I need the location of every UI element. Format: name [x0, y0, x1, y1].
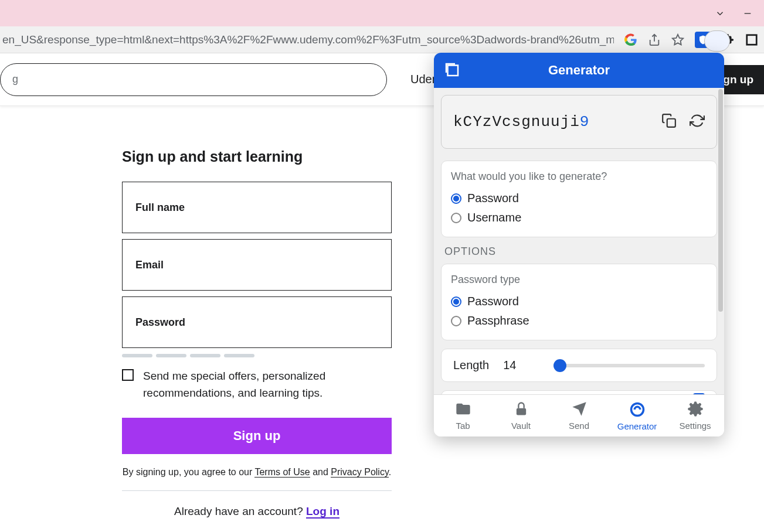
extension-highlight-pill: [704, 30, 730, 52]
send-icon: [571, 401, 588, 420]
strength-segment: [190, 354, 220, 357]
folder-icon: [455, 401, 471, 420]
terms-row: By signing up, you agree to our Terms of…: [122, 467, 392, 491]
regenerate-icon[interactable]: [690, 113, 705, 131]
generator-icon: [629, 401, 646, 420]
terms-link[interactable]: Terms of Use: [254, 467, 310, 478]
password-field[interactable]: Password: [122, 296, 392, 348]
signup-form: Sign up and start learning Full name Ema…: [122, 148, 392, 518]
radio-icon[interactable]: [451, 213, 461, 223]
checkbox-checked-icon[interactable]: [693, 393, 705, 394]
strength-segment: [122, 354, 152, 357]
svg-marker-2: [673, 34, 683, 44]
radio-password[interactable]: Password: [451, 189, 707, 208]
google-icon[interactable]: [624, 33, 637, 46]
radio-icon[interactable]: [451, 193, 461, 204]
radio-type-passphrase[interactable]: Passphrase: [451, 311, 707, 330]
password-type-label: Password type: [451, 274, 707, 286]
privacy-link[interactable]: Privacy Policy: [331, 467, 388, 478]
bw-header: Generator: [434, 53, 724, 88]
generate-type-card: What would you like to generate? Passwor…: [441, 161, 717, 237]
copy-icon[interactable]: [661, 113, 677, 131]
offers-checkbox-row[interactable]: Send me special offers, personalized rec…: [122, 368, 392, 401]
radio-username[interactable]: Username: [451, 208, 707, 227]
password-strength: [122, 354, 392, 357]
bw-body: kCYzVcsgnuuji9 What would you like to ge…: [434, 88, 724, 394]
signup-button[interactable]: Sign up: [122, 418, 392, 454]
generated-actions: [661, 113, 705, 131]
star-icon[interactable]: [671, 33, 684, 46]
generated-password-card: kCYzVcsgnuuji9: [441, 95, 717, 149]
svg-point-7: [631, 404, 643, 416]
checkbox-icon[interactable]: [122, 369, 134, 381]
bw-bottombar: Tab Vault Send Generator Settings: [434, 394, 724, 436]
minimize-icon[interactable]: [743, 9, 752, 18]
bitwarden-popup: Generator kCYzVcsgnuuji9 What would you …: [434, 53, 724, 436]
lock-icon: [513, 401, 529, 420]
generate-type-question: What would you like to generate?: [451, 170, 707, 183]
tab-send[interactable]: Send: [550, 395, 608, 436]
options-label: OPTIONS: [444, 245, 717, 258]
email-field[interactable]: Email: [122, 239, 392, 291]
generated-password-text: kCYzVcsgnuuji9: [453, 113, 661, 131]
urlbar-icons: [624, 32, 758, 48]
search-text-partial: g: [12, 73, 18, 86]
svg-rect-4: [448, 66, 459, 76]
length-value: 14: [503, 359, 516, 372]
panel-icon[interactable]: [745, 33, 758, 46]
chevron-down-icon[interactable]: [715, 8, 725, 19]
tab-generator[interactable]: Generator: [608, 395, 666, 436]
signup-title: Sign up and start learning: [122, 148, 392, 165]
fullname-field[interactable]: Full name: [122, 182, 392, 233]
bw-header-title: Generator: [548, 63, 610, 78]
az-option-card[interactable]: A-Z: [441, 390, 717, 394]
radio-type-password[interactable]: Password: [451, 292, 707, 311]
length-label: Length: [453, 359, 489, 372]
slider-thumb-icon[interactable]: [554, 359, 566, 372]
radio-icon[interactable]: [451, 316, 461, 326]
urlbar-row: en_US&response_type=html&next=https%3A%2…: [0, 26, 764, 53]
checkbox-label: Send me special offers, personalized rec…: [143, 368, 392, 401]
length-card: Length 14: [441, 349, 717, 382]
svg-rect-5: [667, 119, 675, 127]
strength-segment: [224, 354, 254, 357]
share-icon[interactable]: [648, 33, 661, 46]
login-link[interactable]: Log in: [306, 505, 339, 519]
radio-icon[interactable]: [451, 296, 461, 307]
urlbar-text[interactable]: en_US&response_type=html&next=https%3A%2…: [0, 33, 614, 46]
password-type-card: Password type Password Passphrase: [441, 264, 717, 340]
tab-vault[interactable]: Vault: [492, 395, 550, 436]
popout-icon[interactable]: [443, 61, 461, 81]
strength-segment: [156, 354, 186, 357]
tab-tab[interactable]: Tab: [434, 395, 492, 436]
window-titlebar: [0, 0, 764, 26]
svg-rect-6: [516, 408, 525, 415]
svg-rect-3: [747, 35, 757, 45]
login-row: Already have an account? Log in: [122, 505, 392, 518]
scrollbar[interactable]: [718, 89, 723, 312]
tab-settings[interactable]: Settings: [666, 395, 724, 436]
search-input[interactable]: g: [0, 63, 387, 96]
length-slider[interactable]: [554, 364, 705, 367]
gear-icon: [687, 401, 704, 420]
